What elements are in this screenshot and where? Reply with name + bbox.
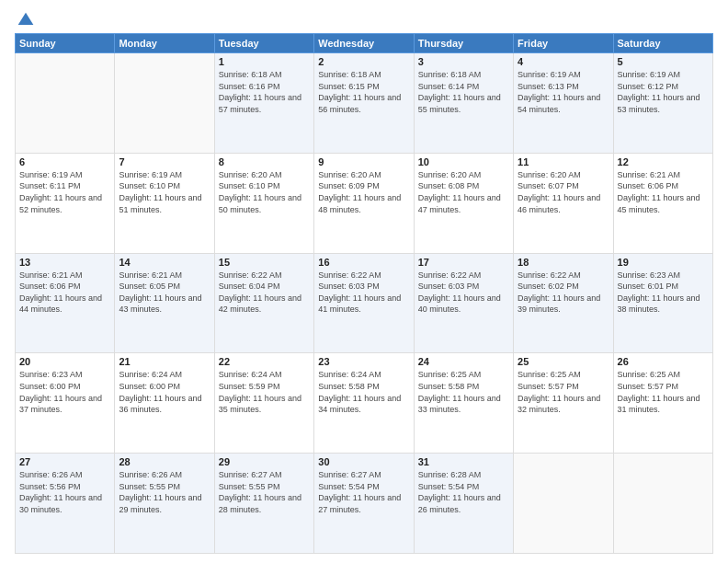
day-info: Sunrise: 6:20 AM Sunset: 6:10 PM Dayligh… <box>219 169 310 215</box>
day-of-week-header: Sunday <box>16 34 115 53</box>
calendar-day-cell: 14Sunrise: 6:21 AM Sunset: 6:05 PM Dayli… <box>115 253 214 353</box>
day-info: Sunrise: 6:24 AM Sunset: 5:58 PM Dayligh… <box>318 369 409 415</box>
day-of-week-header: Wednesday <box>314 34 414 53</box>
calendar-week-row: 1Sunrise: 6:18 AM Sunset: 6:16 PM Daylig… <box>16 53 713 154</box>
calendar-week-row: 13Sunrise: 6:21 AM Sunset: 6:06 PM Dayli… <box>16 253 713 353</box>
day-info: Sunrise: 6:26 AM Sunset: 5:55 PM Dayligh… <box>119 469 210 515</box>
day-number: 14 <box>119 257 210 268</box>
calendar-body: 1Sunrise: 6:18 AM Sunset: 6:16 PM Daylig… <box>16 53 713 554</box>
calendar-day-cell: 16Sunrise: 6:22 AM Sunset: 6:03 PM Dayli… <box>314 253 414 353</box>
calendar-day-cell: 20Sunrise: 6:23 AM Sunset: 6:00 PM Dayli… <box>16 353 115 454</box>
day-of-week-header: Thursday <box>414 34 513 53</box>
day-number: 10 <box>418 156 509 167</box>
day-number: 6 <box>19 156 110 167</box>
calendar-day-cell: 17Sunrise: 6:22 AM Sunset: 6:03 PM Dayli… <box>414 253 513 353</box>
day-info: Sunrise: 6:28 AM Sunset: 5:54 PM Dayligh… <box>418 469 509 515</box>
day-number: 25 <box>518 356 609 367</box>
calendar-day-cell: 7Sunrise: 6:19 AM Sunset: 6:10 PM Daylig… <box>115 153 214 253</box>
calendar-day-cell <box>613 454 712 554</box>
day-number: 20 <box>19 356 110 367</box>
calendar-day-cell: 31Sunrise: 6:28 AM Sunset: 5:54 PM Dayli… <box>414 454 513 554</box>
calendar-day-cell: 19Sunrise: 6:23 AM Sunset: 6:01 PM Dayli… <box>613 253 712 353</box>
day-info: Sunrise: 6:22 AM Sunset: 6:03 PM Dayligh… <box>418 270 509 316</box>
day-number: 29 <box>219 456 310 467</box>
day-number: 4 <box>518 56 609 67</box>
calendar-day-cell: 24Sunrise: 6:25 AM Sunset: 5:58 PM Dayli… <box>414 353 513 454</box>
day-number: 27 <box>19 456 110 467</box>
day-number: 7 <box>119 156 210 167</box>
day-info: Sunrise: 6:21 AM Sunset: 6:05 PM Dayligh… <box>119 270 210 316</box>
day-number: 22 <box>219 356 310 367</box>
day-info: Sunrise: 6:21 AM Sunset: 6:06 PM Dayligh… <box>19 270 110 316</box>
calendar-header-row: SundayMondayTuesdayWednesdayThursdayFrid… <box>16 34 713 53</box>
day-info: Sunrise: 6:24 AM Sunset: 6:00 PM Dayligh… <box>119 369 210 415</box>
calendar-day-cell: 27Sunrise: 6:26 AM Sunset: 5:56 PM Dayli… <box>16 454 115 554</box>
day-info: Sunrise: 6:22 AM Sunset: 6:02 PM Dayligh… <box>518 270 609 316</box>
calendar-day-cell: 11Sunrise: 6:20 AM Sunset: 6:07 PM Dayli… <box>514 153 613 253</box>
day-info: Sunrise: 6:23 AM Sunset: 6:01 PM Dayligh… <box>618 270 709 316</box>
page: SundayMondayTuesdayWednesdayThursdayFrid… <box>0 0 728 563</box>
day-of-week-header: Monday <box>115 34 214 53</box>
day-number: 23 <box>318 356 409 367</box>
day-number: 5 <box>618 56 709 67</box>
day-number: 17 <box>418 257 509 268</box>
day-info: Sunrise: 6:20 AM Sunset: 6:08 PM Dayligh… <box>418 169 509 215</box>
day-info: Sunrise: 6:23 AM Sunset: 6:00 PM Dayligh… <box>19 369 110 415</box>
calendar-day-cell: 25Sunrise: 6:25 AM Sunset: 5:57 PM Dayli… <box>514 353 613 454</box>
day-of-week-header: Friday <box>514 34 613 53</box>
calendar-day-cell: 10Sunrise: 6:20 AM Sunset: 6:08 PM Dayli… <box>414 153 513 253</box>
day-info: Sunrise: 6:19 AM Sunset: 6:10 PM Dayligh… <box>119 169 210 215</box>
day-info: Sunrise: 6:27 AM Sunset: 5:55 PM Dayligh… <box>219 469 310 515</box>
day-number: 13 <box>19 257 110 268</box>
calendar-day-cell: 21Sunrise: 6:24 AM Sunset: 6:00 PM Dayli… <box>115 353 214 454</box>
calendar-day-cell: 18Sunrise: 6:22 AM Sunset: 6:02 PM Dayli… <box>514 253 613 353</box>
day-number: 26 <box>618 356 709 367</box>
day-info: Sunrise: 6:25 AM Sunset: 5:57 PM Dayligh… <box>618 369 709 415</box>
calendar-day-cell: 1Sunrise: 6:18 AM Sunset: 6:16 PM Daylig… <box>214 53 313 154</box>
calendar-day-cell <box>16 53 115 154</box>
calendar-day-cell: 23Sunrise: 6:24 AM Sunset: 5:58 PM Dayli… <box>314 353 414 454</box>
calendar-day-cell: 12Sunrise: 6:21 AM Sunset: 6:06 PM Dayli… <box>613 153 712 253</box>
day-info: Sunrise: 6:22 AM Sunset: 6:04 PM Dayligh… <box>219 270 310 316</box>
calendar-day-cell: 13Sunrise: 6:21 AM Sunset: 6:06 PM Dayli… <box>16 253 115 353</box>
day-number: 15 <box>219 257 310 268</box>
day-number: 21 <box>119 356 210 367</box>
day-number: 8 <box>219 156 310 167</box>
day-number: 11 <box>518 156 609 167</box>
svg-marker-0 <box>18 13 34 25</box>
calendar-week-row: 6Sunrise: 6:19 AM Sunset: 6:11 PM Daylig… <box>16 153 713 253</box>
calendar-week-row: 20Sunrise: 6:23 AM Sunset: 6:00 PM Dayli… <box>16 353 713 454</box>
calendar-day-cell: 6Sunrise: 6:19 AM Sunset: 6:11 PM Daylig… <box>16 153 115 253</box>
day-info: Sunrise: 6:21 AM Sunset: 6:06 PM Dayligh… <box>618 169 709 215</box>
calendar-day-cell: 30Sunrise: 6:27 AM Sunset: 5:54 PM Dayli… <box>314 454 414 554</box>
day-info: Sunrise: 6:19 AM Sunset: 6:13 PM Dayligh… <box>518 69 609 115</box>
day-info: Sunrise: 6:26 AM Sunset: 5:56 PM Dayligh… <box>19 469 110 515</box>
logo-icon <box>17 11 35 29</box>
calendar-day-cell: 28Sunrise: 6:26 AM Sunset: 5:55 PM Dayli… <box>115 454 214 554</box>
day-info: Sunrise: 6:22 AM Sunset: 6:03 PM Dayligh… <box>318 270 409 316</box>
day-info: Sunrise: 6:18 AM Sunset: 6:16 PM Dayligh… <box>219 69 310 115</box>
day-number: 30 <box>318 456 409 467</box>
calendar-day-cell: 22Sunrise: 6:24 AM Sunset: 5:59 PM Dayli… <box>214 353 313 454</box>
day-info: Sunrise: 6:20 AM Sunset: 6:07 PM Dayligh… <box>518 169 609 215</box>
day-info: Sunrise: 6:24 AM Sunset: 5:59 PM Dayligh… <box>219 369 310 415</box>
day-info: Sunrise: 6:27 AM Sunset: 5:54 PM Dayligh… <box>318 469 409 515</box>
calendar-day-cell <box>514 454 613 554</box>
day-of-week-header: Tuesday <box>214 34 313 53</box>
day-number: 12 <box>618 156 709 167</box>
calendar-day-cell: 4Sunrise: 6:19 AM Sunset: 6:13 PM Daylig… <box>514 53 613 154</box>
day-number: 28 <box>119 456 210 467</box>
calendar-day-cell: 29Sunrise: 6:27 AM Sunset: 5:55 PM Dayli… <box>214 454 313 554</box>
calendar-day-cell: 26Sunrise: 6:25 AM Sunset: 5:57 PM Dayli… <box>613 353 712 454</box>
day-number: 24 <box>418 356 509 367</box>
calendar-day-cell: 3Sunrise: 6:18 AM Sunset: 6:14 PM Daylig… <box>414 53 513 154</box>
day-info: Sunrise: 6:19 AM Sunset: 6:12 PM Dayligh… <box>618 69 709 115</box>
day-number: 31 <box>418 456 509 467</box>
day-number: 3 <box>418 56 509 67</box>
day-number: 16 <box>318 257 409 268</box>
day-number: 2 <box>318 56 409 67</box>
calendar-day-cell: 9Sunrise: 6:20 AM Sunset: 6:09 PM Daylig… <box>314 153 414 253</box>
day-number: 19 <box>618 257 709 268</box>
header <box>15 11 713 26</box>
calendar-day-cell: 15Sunrise: 6:22 AM Sunset: 6:04 PM Dayli… <box>214 253 313 353</box>
